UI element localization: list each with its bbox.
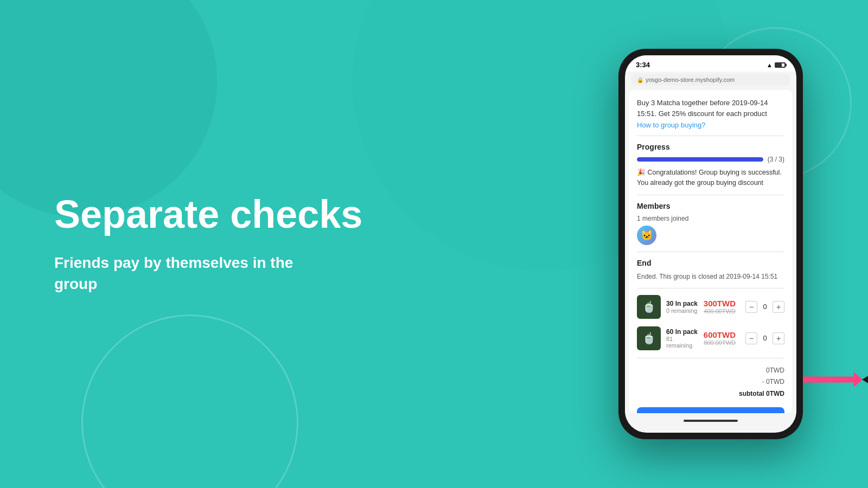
status-icons: ▲: [767, 62, 786, 68]
url-text: yosgo-demo-store.myshopify.com: [646, 76, 735, 83]
divider-5: [637, 358, 784, 358]
price-current-1: 300TWD: [704, 299, 736, 308]
main-heading: Separate checks: [54, 193, 362, 236]
progress-title: Progress: [637, 143, 784, 151]
summary-subtotal: subtotal 0TWD: [637, 388, 784, 400]
member-avatar: 🐱: [637, 226, 656, 245]
qty-plus-2[interactable]: +: [773, 332, 784, 344]
summary-section: 0TWD - 0TWD subtotal 0TWD: [637, 365, 784, 400]
battery-icon: [775, 62, 786, 68]
info-text: Buy 3 Matcha together before 2019-09-14 …: [637, 98, 784, 119]
divider-3: [637, 252, 784, 252]
time-display: 3:34: [636, 61, 650, 69]
arrow-head: [862, 368, 868, 391]
price-original-2: 800.00TWD: [704, 339, 736, 346]
divider-4: [637, 288, 784, 288]
lock-icon: 🔒: [637, 77, 643, 83]
congrats-text: 🎉 Congratulations! Group buying is succe…: [637, 168, 784, 188]
product-remaining-1: 0 remaining: [666, 307, 698, 314]
divider-2: [637, 195, 784, 195]
members-title: Members: [637, 202, 784, 210]
bg-decoration-2: [81, 314, 298, 488]
qty-minus-1[interactable]: −: [745, 301, 757, 313]
bg-decoration-1: [0, 0, 217, 217]
product-info-1: 30 In pack 0 remaining: [666, 300, 698, 314]
divider-1: [637, 136, 784, 136]
arrow-shaft: [803, 372, 863, 387]
price-current-2: 600TWD: [704, 330, 736, 339]
product-row-2: 🍵 60 In pack 81 remaining 600TWD 800.00T…: [637, 326, 784, 350]
end-text: Ended. This group is closed at 2019-09-1…: [637, 272, 784, 281]
progress-bar-bg: [637, 157, 763, 162]
product-price-1: 300TWD 400.00TWD: [704, 299, 736, 314]
home-indicator: [684, 420, 738, 422]
wifi-icon: ▲: [767, 62, 773, 68]
left-section: Separate checks Friends pay by themselve…: [54, 193, 362, 295]
qty-control-2: − 0 +: [745, 332, 784, 344]
buy-button[interactable]: Buy with Kcin Chen: [637, 407, 784, 413]
product-name-1: 30 In pack: [666, 300, 698, 307]
price-original-1: 400.00TWD: [704, 308, 736, 314]
phone-content[interactable]: Buy 3 Matcha together before 2019-09-14 …: [629, 90, 792, 413]
product-info-2: 60 In pack 81 remaining: [666, 328, 698, 349]
qty-minus-2[interactable]: −: [745, 332, 757, 344]
arrow-container: [803, 368, 868, 391]
progress-bar-fill: [637, 157, 763, 162]
members-count: 1 members joined: [637, 215, 784, 222]
qty-plus-1[interactable]: +: [773, 301, 784, 313]
status-bar: 3:34 ▲: [625, 55, 796, 72]
qty-value-2: 0: [761, 334, 769, 342]
product-thumb-1: 🍵: [637, 295, 661, 319]
qty-value-1: 0: [761, 303, 769, 311]
summary-amount: 0TWD: [637, 365, 784, 377]
progress-bar-container: (3 / 3): [637, 156, 784, 163]
product-price-2: 600TWD 800.00TWD: [704, 330, 736, 346]
product-thumb-2: 🍵: [637, 326, 661, 350]
url-bar: 🔒 yosgo-demo-store.myshopify.com: [631, 74, 790, 86]
phone-screen: 3:34 ▲ 🔒 yosgo-demo-store.myshopify.com …: [625, 55, 796, 433]
phone-device: 3:34 ▲ 🔒 yosgo-demo-store.myshopify.com …: [618, 49, 803, 439]
qty-control-1: − 0 +: [745, 301, 784, 313]
how-link[interactable]: How to group buying?: [637, 121, 705, 129]
summary-discount: - 0TWD: [637, 376, 784, 388]
product-name-2: 60 In pack: [666, 328, 698, 336]
product-row-1: 🍵 30 In pack 0 remaining 300TWD 400.00TW…: [637, 295, 784, 319]
phone-container: 3:34 ▲ 🔒 yosgo-demo-store.myshopify.com …: [618, 49, 803, 439]
progress-count: (3 / 3): [768, 156, 784, 163]
product-remaining-2: 81 remaining: [666, 336, 698, 349]
end-title: End: [637, 259, 784, 267]
sub-heading: Friends pay by themselves in the group: [54, 252, 326, 294]
